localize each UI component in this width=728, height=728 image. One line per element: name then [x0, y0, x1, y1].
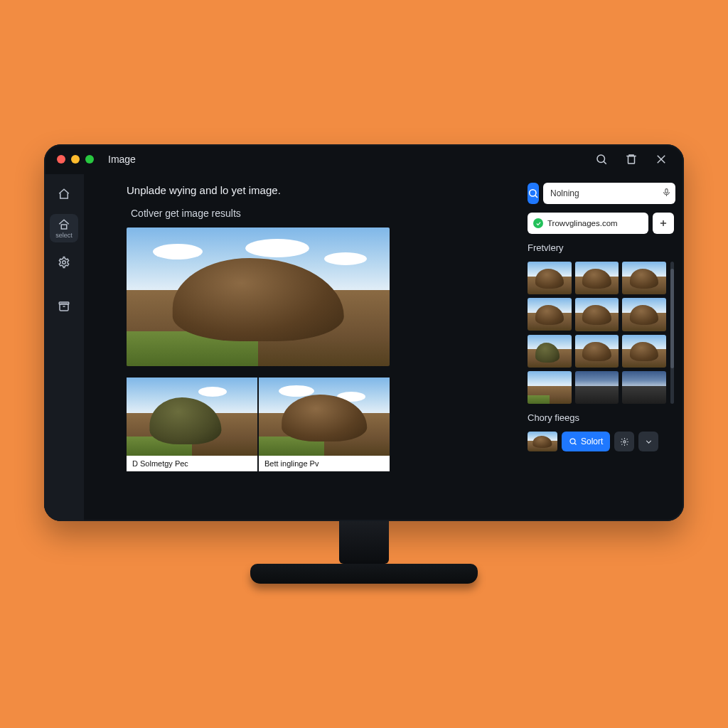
source-url-chip[interactable]: Trowvglinages.com	[528, 213, 648, 234]
window-controls	[57, 155, 94, 164]
thumbnail[interactable]	[622, 335, 666, 368]
search-button[interactable]	[528, 183, 539, 204]
side-panel: Trowvglinages.com Fretvlery	[520, 174, 684, 521]
close-icon[interactable]	[651, 149, 671, 169]
close-window-button[interactable]	[57, 155, 65, 164]
result-caption: D Solmetgy Pec	[127, 456, 257, 471]
svg-point-18	[623, 440, 626, 442]
scrollbar-thumb[interactable]	[670, 269, 674, 368]
sidebar-item-archive[interactable]	[50, 292, 78, 321]
verified-icon	[533, 218, 543, 228]
result-caption: Bett inglinge Pv	[259, 456, 390, 471]
minimize-window-button[interactable]	[71, 155, 80, 164]
result-row: D Solmetgy Pec	[127, 378, 499, 471]
sidebar-item-label: select	[55, 232, 73, 239]
thumbnail[interactable]	[575, 262, 619, 294]
svg-line-17	[574, 443, 576, 444]
mic-icon[interactable]	[662, 187, 671, 200]
thumbnail[interactable]	[622, 371, 666, 404]
thumbnail[interactable]	[528, 262, 572, 294]
window-title: Image	[108, 154, 136, 165]
sidebar-item-home[interactable]	[50, 180, 78, 208]
svg-line-1	[604, 161, 606, 164]
svg-rect-5	[61, 225, 67, 229]
page-subheading: Cotlver get image results	[131, 208, 499, 219]
thumbnail[interactable]	[622, 298, 666, 331]
svg-point-10	[530, 190, 536, 196]
result-card[interactable]: Bett inglinge Pv	[259, 378, 390, 471]
page-headline: Unplade wying and lo yet image.	[127, 184, 499, 196]
svg-rect-12	[665, 189, 668, 193]
sidebar-item-select[interactable]: select	[50, 214, 78, 242]
thumbnail[interactable]	[622, 262, 666, 294]
selected-thumbnail[interactable]	[528, 432, 557, 451]
svg-point-16	[570, 439, 575, 444]
search-input[interactable]	[543, 183, 675, 204]
panel-section-label: Chory fieegs	[528, 412, 674, 423]
panel-section-label: Fretvlery	[528, 242, 674, 253]
select-button[interactable]: Solort	[562, 432, 610, 451]
source-url-text: Trowvglinages.com	[547, 219, 618, 228]
add-source-button[interactable]	[653, 213, 674, 234]
sidebar: select	[44, 174, 84, 521]
thumbnail[interactable]	[575, 298, 619, 331]
select-button-label: Solort	[581, 437, 603, 446]
more-small-button[interactable]	[638, 432, 658, 451]
svg-point-0	[597, 155, 605, 163]
thumbnail[interactable]	[528, 298, 572, 331]
hero-image[interactable]	[127, 228, 390, 366]
app-window: Image select	[44, 144, 684, 521]
search-icon[interactable]	[592, 149, 611, 169]
thumbnail[interactable]	[575, 335, 619, 368]
trash-icon[interactable]	[621, 149, 641, 169]
maximize-window-button[interactable]	[85, 155, 94, 164]
svg-line-11	[535, 196, 537, 198]
sidebar-item-settings[interactable]	[50, 248, 78, 277]
main-content: Unplade wying and lo yet image. Cotlver …	[84, 174, 520, 521]
scrollbar[interactable]	[670, 262, 674, 404]
thumbnail[interactable]	[528, 335, 572, 368]
settings-small-button[interactable]	[614, 432, 634, 451]
svg-rect-2	[628, 156, 635, 164]
thumbnail[interactable]	[575, 371, 619, 404]
svg-point-6	[63, 261, 66, 264]
result-card[interactable]: D Solmetgy Pec	[127, 378, 257, 471]
titlebar: Image	[44, 144, 684, 174]
thumbnail[interactable]	[528, 371, 572, 404]
thumbnail-grid	[528, 262, 666, 404]
